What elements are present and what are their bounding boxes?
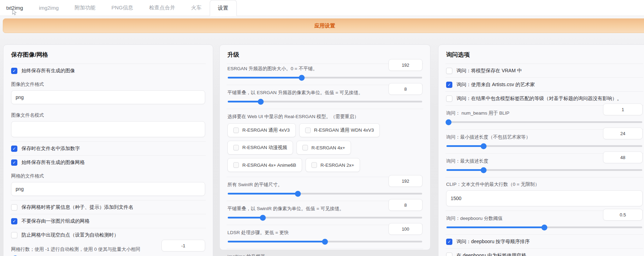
swinir-overlap-slider-row: 平铺重叠，以 SwinIR 的像素为单位。低值 = 可见接缝。 <box>227 201 423 225</box>
use-artists-checkbox[interactable] <box>446 82 452 88</box>
chip-label: R-ESRGAN 动漫视频 <box>242 144 287 151</box>
include-ranks-row: 询问：在结果中包含模型标签匹配的等级（对基于标题的询问器没有影响）。 <box>445 91 643 105</box>
realesrgan-option-general-wdn-4xv3-checkbox[interactable] <box>305 127 311 133</box>
esrgan-tile-label: ESRGAN 升频器的图块大小。0 = 不平铺。 <box>227 64 317 72</box>
deepbooru-threshold-slider-thumb[interactable] <box>542 224 547 230</box>
save-images-panel: 保存图像/网格 始终保存所有生成的图像 图像的文件格式 图像文件名模式 保存时在… <box>3 44 213 256</box>
ldsr-steps-value-input[interactable] <box>388 223 423 235</box>
chip-label: R-ESRGAN 4x+ Anime6B <box>242 163 296 168</box>
img2img-upscaler-label: img2img 的升频器 <box>227 254 423 256</box>
grid-extended-info-label: 保存网格时将扩展信息（种子、提示）添加到文件名 <box>22 204 133 210</box>
tab-train[interactable]: 火车 <box>183 0 210 16</box>
deepbooru-spaces-label: 在 deepbooru 中为标签使用空格 <box>457 253 526 256</box>
deepbooru-sort-checkbox[interactable] <box>446 239 452 245</box>
deepbooru-threshold-slider-row: 询问：deepbooru 分数阈值 <box>445 210 643 234</box>
esrgan-tile-slider[interactable] <box>228 77 422 79</box>
swinir-tile-label: 所有 SwinIR 的平铺尺寸。 <box>227 180 282 188</box>
grid-format-row: 网格的文件格式 <box>10 169 206 200</box>
swinir-tile-slider[interactable] <box>228 193 422 195</box>
deepbooru-spaces-checkbox[interactable] <box>446 253 452 256</box>
esrgan-overlap-value-input[interactable] <box>388 83 423 95</box>
image-format-row: 图像的文件格式 <box>10 77 206 108</box>
max-length-slider-row: 询问：最大描述长度 <box>445 153 643 177</box>
swinir-tile-value-input[interactable] <box>388 175 423 187</box>
realesrgan-option-general-wdn-4xv3[interactable]: R-ESRGAN 通用 WDN 4xV3 <box>299 123 380 137</box>
deepbooru-threshold-value-input[interactable] <box>603 209 643 221</box>
apply-settings-label: 应用设置 <box>315 23 335 29</box>
esrgan-overlap-slider-row: 平铺重叠，以 ESRGAN 升频器的像素为单位。低值 = 可见接缝。 <box>227 85 423 109</box>
use-artists-label: 询问：使用来自 Artists.csv 的艺术家 <box>457 82 535 88</box>
realesrgan-option-anime-video-checkbox[interactable] <box>233 145 239 150</box>
num-beams-value-input[interactable] <box>603 104 643 115</box>
num-beams-slider[interactable] <box>446 121 642 123</box>
min-length-slider-thumb[interactable] <box>481 143 487 149</box>
no-single-grid-checkbox[interactable] <box>11 218 17 224</box>
deepbooru-threshold-slider[interactable] <box>446 226 642 228</box>
ldsr-steps-slider-thumb[interactable] <box>322 239 328 245</box>
filename-pattern-input[interactable] <box>11 121 205 137</box>
num-beams-slider-row: 询问： num_beams 用于 BLIP <box>445 105 643 129</box>
realesrgan-option-4xplus-anime6b-checkbox[interactable] <box>233 162 239 168</box>
tab-settings[interactable]: 设置 <box>210 0 237 16</box>
prevent-empty-label: 防止网格中出现空白点（设置为自动检测时） <box>22 232 119 238</box>
min-length-slider[interactable] <box>446 145 642 147</box>
tab-png-info[interactable]: PNG信息 <box>103 0 141 16</box>
realesrgan-option-2xplus-checkbox[interactable] <box>311 162 317 168</box>
interrogate-panel: 询问选项 询问：将模型保存在 VRAM 中 询问：使用来自 Artists.cs… <box>438 44 644 256</box>
chip-label: R-ESRGAN 通用 4xV3 <box>242 127 290 133</box>
max-length-label: 询问：最大描述长度 <box>446 156 488 164</box>
deepbooru-spaces-row: 在 deepbooru 中为标签使用空格 <box>445 248 643 256</box>
always-save-grids-checkbox[interactable] <box>11 159 17 166</box>
realesrgan-option-2xplus[interactable]: R-ESRGAN 2x+ <box>306 158 360 172</box>
use-artists-row: 询问：使用来自 Artists.csv 的艺术家 <box>445 77 643 91</box>
num-beams-label: 询问： num_beams 用于 BLIP <box>446 108 509 116</box>
swinir-overlap-value-input[interactable] <box>388 199 423 211</box>
ldsr-steps-slider[interactable] <box>228 241 422 242</box>
always-save-images-checkbox[interactable] <box>11 68 17 74</box>
tab-extras[interactable]: 附加功能 <box>67 0 103 16</box>
max-length-value-input[interactable] <box>603 151 643 163</box>
tab-checkpoint-merger[interactable]: 检查点合并 <box>141 0 183 16</box>
min-length-value-input[interactable] <box>603 127 643 139</box>
realesrgan-option-4xplus-anime6b[interactable]: R-ESRGAN 4x+ Anime6B <box>227 158 302 172</box>
mouse-pointer-icon <box>12 9 17 16</box>
grid-rows-value-input[interactable] <box>161 240 205 251</box>
deepbooru-sort-label: 询问：deepbooru 按字母顺序排序 <box>457 239 530 245</box>
esrgan-overlap-slider[interactable] <box>228 101 422 102</box>
swinir-overlap-slider[interactable] <box>228 217 422 218</box>
clip-max-lines-input[interactable] <box>446 190 643 206</box>
upscaling-panel: 升级 ESRGAN 升频器的图块大小。0 = 不平铺。 平铺重叠，以 ESRGA… <box>219 44 430 250</box>
grid-format-input[interactable] <box>11 182 205 196</box>
deepbooru-sort-row: 询问：deepbooru 按字母顺序排序 <box>445 234 643 248</box>
tab-img2img[interactable]: img2img <box>31 0 67 16</box>
include-ranks-checkbox[interactable] <box>446 96 452 102</box>
esrgan-overlap-slider-thumb[interactable] <box>258 99 264 105</box>
apply-settings-button[interactable]: 应用设置 <box>3 18 644 33</box>
realesrgan-option-general-4xv3[interactable]: R-ESRGAN 通用 4xV3 <box>227 123 296 137</box>
grid-extended-info-checkbox[interactable] <box>11 204 17 210</box>
realesrgan-option-4xplus-checkbox[interactable] <box>302 145 308 150</box>
swinir-tile-slider-thumb[interactable] <box>295 191 301 197</box>
img2img-upscaler-row: img2img 的升频器 <box>227 249 423 256</box>
tab-bar: txt2img img2img 附加功能 PNG信息 检查点合并 火车 设置 <box>0 0 644 16</box>
min-length-slider-row: 询问：最小描述长度（不包括艺术家等） <box>445 129 643 153</box>
image-format-input[interactable] <box>11 90 205 104</box>
max-length-slider-thumb[interactable] <box>481 167 487 173</box>
tab-txt2img[interactable]: txt2img <box>6 0 31 16</box>
esrgan-tile-slider-thumb[interactable] <box>299 75 304 81</box>
esrgan-tile-value-input[interactable] <box>388 59 423 71</box>
realesrgan-option-general-4xv3-checkbox[interactable] <box>233 127 239 133</box>
always-save-images-label: 始终保存所有生成的图像 <box>22 68 75 74</box>
realesrgan-option-anime-video[interactable]: R-ESRGAN 动漫视频 <box>227 141 293 155</box>
num-beams-slider-thumb[interactable] <box>445 119 451 125</box>
deepbooru-threshold-label: 询问：deepbooru 分数阈值 <box>446 214 503 222</box>
image-format-label: 图像的文件格式 <box>11 81 205 88</box>
swinir-overlap-slider-thumb[interactable] <box>260 215 266 221</box>
add-number-checkbox[interactable] <box>11 146 17 152</box>
prevent-empty-checkbox[interactable] <box>11 232 17 238</box>
keep-vram-row: 询问：将模型保存在 VRAM 中 <box>445 64 643 77</box>
grid-extended-info-row: 保存网格时将扩展信息（种子、提示）添加到文件名 <box>10 200 206 214</box>
keep-vram-checkbox[interactable] <box>446 68 452 74</box>
realesrgan-option-4xplus[interactable]: R-ESRGAN 4x+ <box>296 141 351 155</box>
max-length-slider[interactable] <box>446 169 642 171</box>
